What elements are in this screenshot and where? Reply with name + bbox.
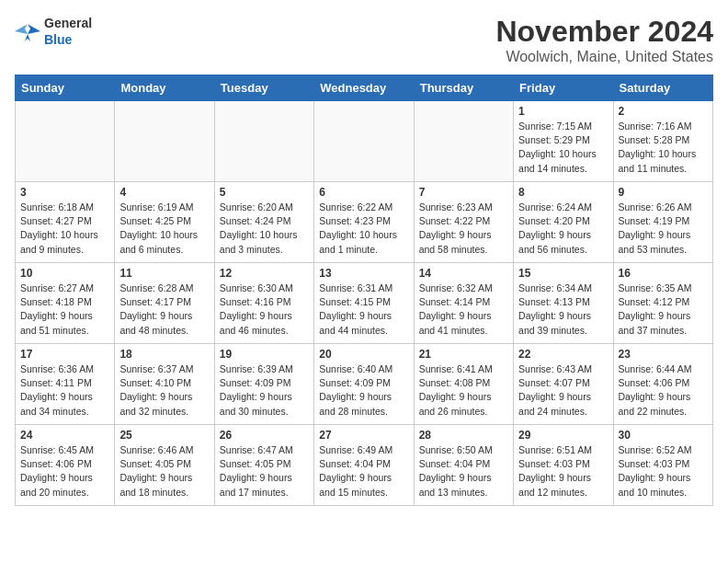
day-number: 17: [20, 348, 109, 361]
calendar-day-cell: 16Sunrise: 6:35 AM Sunset: 4:12 PM Dayli…: [613, 263, 712, 344]
day-detail: Sunrise: 6:49 AM Sunset: 4:04 PM Dayligh…: [319, 443, 408, 500]
calendar-day-cell: 11Sunrise: 6:28 AM Sunset: 4:17 PM Dayli…: [115, 263, 214, 344]
day-number: 15: [518, 267, 608, 280]
day-detail: Sunrise: 6:34 AM Sunset: 4:13 PM Dayligh…: [518, 282, 608, 338]
day-detail: Sunrise: 7:16 AM Sunset: 5:28 PM Dayligh…: [619, 120, 708, 176]
day-number: 2: [619, 105, 708, 118]
day-detail: Sunrise: 6:28 AM Sunset: 4:17 PM Dayligh…: [119, 282, 209, 338]
calendar-day-cell: 14Sunrise: 6:32 AM Sunset: 4:14 PM Dayli…: [414, 263, 513, 344]
day-number: 13: [319, 267, 408, 280]
calendar-day-cell: 29Sunrise: 6:51 AM Sunset: 4:03 PM Dayli…: [514, 425, 613, 506]
day-detail: Sunrise: 7:15 AM Sunset: 5:29 PM Dayligh…: [518, 120, 608, 176]
day-number: 6: [319, 186, 408, 199]
day-detail: Sunrise: 6:20 AM Sunset: 4:24 PM Dayligh…: [220, 201, 309, 257]
calendar-day-cell: [16, 101, 115, 182]
day-detail: Sunrise: 6:44 AM Sunset: 4:06 PM Dayligh…: [619, 362, 708, 419]
day-detail: Sunrise: 6:46 AM Sunset: 4:05 PM Dayligh…: [119, 443, 209, 500]
page-header: General Blue November 2024 Woolwich, Mai…: [15, 15, 713, 65]
calendar-day-cell: [314, 101, 414, 182]
location-title: Woolwich, Maine, United States: [495, 49, 713, 65]
day-detail: Sunrise: 6:22 AM Sunset: 4:23 PM Dayligh…: [319, 201, 408, 257]
weekday-header-friday: Friday: [514, 75, 613, 101]
svg-marker-1: [15, 24, 28, 34]
calendar-week-row: 1Sunrise: 7:15 AM Sunset: 5:29 PM Daylig…: [16, 101, 713, 182]
month-title: November 2024: [495, 15, 713, 49]
day-number: 29: [518, 429, 608, 442]
day-detail: Sunrise: 6:36 AM Sunset: 4:11 PM Dayligh…: [20, 362, 109, 419]
day-number: 11: [119, 267, 209, 280]
day-detail: Sunrise: 6:30 AM Sunset: 4:16 PM Dayligh…: [220, 282, 309, 338]
day-detail: Sunrise: 6:27 AM Sunset: 4:18 PM Dayligh…: [20, 282, 109, 338]
calendar-day-cell: 2Sunrise: 7:16 AM Sunset: 5:28 PM Daylig…: [613, 101, 712, 182]
day-number: 9: [619, 186, 708, 199]
calendar-day-cell: [414, 101, 513, 182]
day-number: 22: [518, 348, 608, 361]
day-detail: Sunrise: 6:23 AM Sunset: 4:22 PM Dayligh…: [419, 201, 508, 257]
calendar-day-cell: 13Sunrise: 6:31 AM Sunset: 4:15 PM Dayli…: [314, 263, 414, 344]
day-number: 16: [619, 267, 708, 280]
weekday-header-tuesday: Tuesday: [214, 75, 313, 101]
calendar-day-cell: 3Sunrise: 6:18 AM Sunset: 4:27 PM Daylig…: [16, 182, 115, 263]
day-number: 24: [20, 429, 109, 442]
day-detail: Sunrise: 6:37 AM Sunset: 4:10 PM Dayligh…: [119, 362, 209, 419]
day-detail: Sunrise: 6:19 AM Sunset: 4:25 PM Dayligh…: [119, 201, 209, 257]
day-number: 1: [518, 105, 608, 118]
day-number: 5: [220, 186, 309, 199]
calendar-day-cell: 6Sunrise: 6:22 AM Sunset: 4:23 PM Daylig…: [314, 182, 414, 263]
calendar-table: SundayMondayTuesdayWednesdayThursdayFrid…: [15, 75, 713, 506]
calendar-day-cell: 24Sunrise: 6:45 AM Sunset: 4:06 PM Dayli…: [16, 425, 115, 506]
calendar-day-cell: 22Sunrise: 6:43 AM Sunset: 4:07 PM Dayli…: [514, 344, 613, 425]
calendar-day-cell: 4Sunrise: 6:19 AM Sunset: 4:25 PM Daylig…: [115, 182, 214, 263]
weekday-header-saturday: Saturday: [613, 75, 712, 101]
day-number: 18: [119, 348, 209, 361]
calendar-week-row: 24Sunrise: 6:45 AM Sunset: 4:06 PM Dayli…: [16, 425, 713, 506]
day-detail: Sunrise: 6:45 AM Sunset: 4:06 PM Dayligh…: [20, 443, 109, 500]
calendar-day-cell: 8Sunrise: 6:24 AM Sunset: 4:20 PM Daylig…: [514, 182, 613, 263]
weekday-header-thursday: Thursday: [414, 75, 513, 101]
logo-blue: Blue: [44, 32, 72, 47]
weekday-header-sunday: Sunday: [16, 75, 115, 101]
day-number: 19: [220, 348, 309, 361]
day-number: 28: [419, 429, 508, 442]
calendar-day-cell: 9Sunrise: 6:26 AM Sunset: 4:19 PM Daylig…: [613, 182, 712, 263]
calendar-week-row: 10Sunrise: 6:27 AM Sunset: 4:18 PM Dayli…: [16, 263, 713, 344]
day-detail: Sunrise: 6:39 AM Sunset: 4:09 PM Dayligh…: [220, 362, 309, 419]
day-number: 27: [319, 429, 408, 442]
logo: General Blue: [15, 15, 92, 48]
day-number: 12: [220, 267, 309, 280]
calendar-day-cell: 25Sunrise: 6:46 AM Sunset: 4:05 PM Dayli…: [115, 425, 214, 506]
day-number: 20: [319, 348, 408, 361]
day-number: 7: [419, 186, 508, 199]
day-number: 26: [220, 429, 309, 442]
day-number: 25: [119, 429, 209, 442]
calendar-day-cell: 7Sunrise: 6:23 AM Sunset: 4:22 PM Daylig…: [414, 182, 513, 263]
day-number: 30: [619, 429, 708, 442]
day-number: 8: [518, 186, 608, 199]
calendar-day-cell: 18Sunrise: 6:37 AM Sunset: 4:10 PM Dayli…: [115, 344, 214, 425]
day-number: 3: [20, 186, 109, 199]
svg-marker-0: [28, 24, 40, 34]
day-detail: Sunrise: 6:41 AM Sunset: 4:08 PM Dayligh…: [419, 362, 508, 419]
day-detail: Sunrise: 6:18 AM Sunset: 4:27 PM Dayligh…: [20, 201, 109, 257]
calendar-day-cell: 1Sunrise: 7:15 AM Sunset: 5:29 PM Daylig…: [514, 101, 613, 182]
weekday-header-row: SundayMondayTuesdayWednesdayThursdayFrid…: [16, 75, 713, 101]
day-detail: Sunrise: 6:24 AM Sunset: 4:20 PM Dayligh…: [518, 201, 608, 257]
day-number: 10: [20, 267, 109, 280]
day-detail: Sunrise: 6:35 AM Sunset: 4:12 PM Dayligh…: [619, 282, 708, 338]
calendar-day-cell: 28Sunrise: 6:50 AM Sunset: 4:04 PM Dayli…: [414, 425, 513, 506]
calendar-day-cell: [115, 101, 214, 182]
logo-text: General Blue: [44, 15, 92, 48]
calendar-day-cell: 23Sunrise: 6:44 AM Sunset: 4:06 PM Dayli…: [613, 344, 712, 425]
day-detail: Sunrise: 6:47 AM Sunset: 4:05 PM Dayligh…: [220, 443, 309, 500]
day-number: 4: [119, 186, 209, 199]
day-detail: Sunrise: 6:51 AM Sunset: 4:03 PM Dayligh…: [518, 443, 608, 500]
day-detail: Sunrise: 6:43 AM Sunset: 4:07 PM Dayligh…: [518, 362, 608, 419]
weekday-header-monday: Monday: [115, 75, 214, 101]
logo-bird-icon: [15, 21, 40, 41]
calendar-day-cell: 17Sunrise: 6:36 AM Sunset: 4:11 PM Dayli…: [16, 344, 115, 425]
logo-general: General: [44, 16, 92, 30]
weekday-header-wednesday: Wednesday: [314, 75, 414, 101]
day-detail: Sunrise: 6:40 AM Sunset: 4:09 PM Dayligh…: [319, 362, 408, 419]
calendar-day-cell: 12Sunrise: 6:30 AM Sunset: 4:16 PM Dayli…: [214, 263, 313, 344]
calendar-day-cell: 21Sunrise: 6:41 AM Sunset: 4:08 PM Dayli…: [414, 344, 513, 425]
